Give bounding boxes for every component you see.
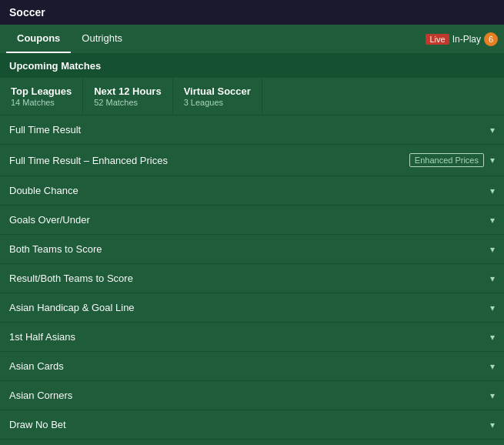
inplay-badge[interactable]: In-Play (452, 34, 481, 45)
accordion-row-5[interactable]: Result/Both Teams to Score ▾ (0, 264, 504, 293)
chevron-icon-6: ▾ (490, 303, 495, 313)
filter-next-12-label: Next 12 Hours (94, 85, 161, 97)
accordion-label-9: Asian Corners (9, 390, 72, 401)
accordion-right-2: ▾ (490, 186, 495, 196)
nav-tabs: Coupons Outrights Live In-Play 6 (0, 25, 504, 54)
accordion-label-10: Draw No Bet (9, 419, 66, 430)
tab-coupons[interactable]: Coupons (6, 25, 71, 53)
filter-next-12-count: 52 Matches (94, 98, 161, 107)
filter-bar: Top Leagues 14 Matches Next 12 Hours 52 … (0, 78, 504, 115)
accordion-row-7[interactable]: 1st Half Asians ▾ (0, 323, 504, 352)
accordion-label-3: Goals Over/Under (9, 214, 90, 226)
accordion-right-10: ▾ (490, 420, 495, 430)
chevron-icon-1: ▾ (490, 155, 495, 166)
tab-outrights[interactable]: Outrights (71, 25, 133, 53)
filter-virtual-soccer[interactable]: Virtual Soccer 3 Leagues (173, 78, 262, 115)
filter-virtual-label: Virtual Soccer (184, 85, 251, 97)
accordion-right-9: ▾ (490, 390, 495, 401)
accordion-row-4[interactable]: Both Teams to Score ▾ (0, 235, 504, 264)
accordion-right-6: ▾ (490, 303, 495, 313)
chevron-icon-7: ▾ (490, 332, 495, 343)
chevron-icon-4: ▾ (490, 244, 495, 255)
accordion-row-1[interactable]: Full Time Result – Enhanced Prices Enhan… (0, 145, 504, 176)
upcoming-matches-header: Upcoming Matches (0, 54, 504, 78)
page-wrapper: Soccer Coupons Outrights Live In-Play 6 … (0, 0, 504, 445)
accordion-label-8: Asian Cards (9, 360, 64, 372)
accordion-right-7: ▾ (490, 332, 495, 343)
live-badge[interactable]: Live (426, 34, 449, 45)
filter-virtual-count: 3 Leagues (184, 98, 251, 107)
page-title: Soccer (0, 0, 504, 25)
chevron-icon-2: ▾ (490, 186, 495, 196)
accordion-label-1: Full Time Result – Enhanced Prices (9, 155, 168, 166)
accordion-right-5: ▾ (490, 273, 495, 284)
chevron-icon-8: ▾ (490, 361, 495, 372)
accordion-label-5: Result/Both Teams to Score (9, 273, 133, 284)
accordion-label-4: Both Teams to Score (9, 243, 102, 255)
enhanced-prices-badge: Enhanced Prices (409, 153, 484, 167)
chevron-icon-5: ▾ (490, 273, 495, 284)
accordion-row-9[interactable]: Asian Corners ▾ (0, 381, 504, 410)
accordion-right-3: ▾ (490, 215, 495, 226)
chevron-icon-10: ▾ (490, 420, 495, 430)
accordion-label-0: Full Time Result (9, 124, 81, 136)
chevron-icon-9: ▾ (490, 390, 495, 401)
accordion-row-3[interactable]: Goals Over/Under ▾ (0, 206, 504, 235)
accordion-row-6[interactable]: Asian Handicap & Goal Line ▾ (0, 293, 504, 323)
accordion-row-10[interactable]: Draw No Bet ▾ (0, 410, 504, 440)
accordion-row-0[interactable]: Full Time Result ▾ (0, 115, 504, 145)
accordion-row-8[interactable]: Asian Cards ▾ (0, 352, 504, 381)
accordion-right-8: ▾ (490, 361, 495, 372)
chevron-icon-0: ▾ (490, 125, 495, 136)
chevron-icon-3: ▾ (490, 215, 495, 226)
accordion-right-1: Enhanced Prices ▾ (409, 153, 495, 167)
filter-next-12-hours[interactable]: Next 12 Hours 52 Matches (83, 78, 172, 115)
accordion-list: Full Time Result ▾ Full Time Result – En… (0, 115, 504, 445)
filter-top-leagues-count: 14 Matches (11, 98, 72, 107)
accordion-right-0: ▾ (490, 125, 495, 136)
accordion-label-2: Double Chance (9, 185, 78, 196)
filter-top-leagues-label: Top Leagues (11, 85, 72, 97)
accordion-label-6: Asian Handicap & Goal Line (9, 302, 135, 313)
accordion-row-11[interactable]: Goals Odd/Even ▾ (0, 440, 504, 445)
filter-top-leagues[interactable]: Top Leagues 14 Matches (0, 78, 83, 115)
nav-live: Live In-Play 6 (426, 32, 498, 46)
live-count-badge[interactable]: 6 (484, 32, 498, 46)
accordion-right-4: ▾ (490, 244, 495, 255)
accordion-row-2[interactable]: Double Chance ▾ (0, 176, 504, 206)
accordion-label-7: 1st Half Asians (9, 331, 75, 343)
